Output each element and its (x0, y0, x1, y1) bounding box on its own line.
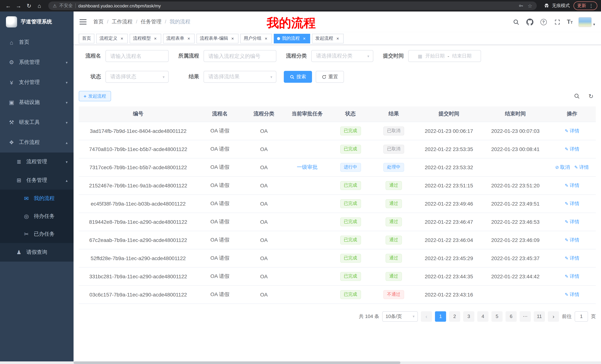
browser-home-icon[interactable]: ⌂ (35, 1, 44, 10)
browser-menu-icon[interactable]: ⋮ (589, 3, 594, 9)
page-number-button[interactable]: 1 (435, 311, 446, 322)
tab-close-icon[interactable] (263, 36, 269, 41)
process-definition-input[interactable] (204, 50, 276, 62)
tab[interactable]: 用户分组 (240, 34, 272, 43)
page-number-button[interactable]: 11 (534, 311, 545, 322)
security-warning-icon[interactable]: ⚠ (53, 3, 57, 8)
tab[interactable]: 发起流程 (312, 34, 344, 43)
detail-link[interactable]: 详情 (565, 291, 580, 298)
process-category: OA (260, 182, 268, 188)
category-select[interactable]: 请选择流程分类 ▾ (311, 50, 373, 62)
back-icon[interactable]: ← (4, 1, 13, 10)
detail-link[interactable]: 详情 (565, 218, 580, 225)
sidebar-item-infrastructure[interactable]: ▣ 基础设施 ▾ (0, 92, 74, 112)
tab-close-icon[interactable] (230, 36, 235, 41)
column-header: 状态 (329, 106, 372, 122)
breadcrumb-item[interactable]: 我的流程 (170, 19, 190, 25)
status-tag: 已完成 (340, 126, 361, 135)
page-number-button[interactable]: 4 (477, 311, 489, 322)
sidebar-item-workflow[interactable]: ❖ 工作流程 ▴ (0, 133, 74, 153)
sidebar-item-process-management[interactable]: ≣ 流程管理 ▾ (0, 153, 74, 171)
end-time: 2022-01-22 23:49:51 (491, 201, 540, 207)
next-page-button[interactable]: › (548, 311, 559, 322)
url-text[interactable]: dashboard.yudao.iocoder.cn/bpm/task/my (78, 3, 161, 8)
refresh-icon[interactable]: ↻ (586, 91, 596, 101)
horizontal-scrollbar[interactable] (0, 361, 601, 364)
tab[interactable]: 流程定义 (96, 34, 128, 43)
sidebar-item-home[interactable]: ⌂ 首页 (0, 32, 74, 52)
detail-link[interactable]: 详情 (565, 182, 580, 189)
search-button[interactable]: 搜索 (284, 71, 312, 83)
font-size-icon[interactable] (567, 19, 573, 25)
sidebar-item-payment[interactable]: ¥ 支付管理 ▾ (0, 72, 74, 92)
breadcrumb-item[interactable]: 首页 (93, 19, 112, 25)
cancel-link[interactable]: 取消 (555, 164, 570, 171)
detail-link[interactable]: 详情 (574, 164, 589, 171)
start-process-button[interactable]: + 发起流程 (79, 91, 111, 101)
detail-link[interactable]: 详情 (565, 255, 580, 261)
tab[interactable]: 首页 (79, 34, 94, 43)
address-bar[interactable]: ⚠ 不安全 dashboard.yudao.iocoder.cn/bpm/tas… (48, 1, 537, 10)
key-icon[interactable] (518, 3, 524, 9)
detail-link[interactable]: 详情 (565, 200, 580, 207)
page-size-select[interactable]: 10条/页 ▾ (382, 311, 418, 322)
search-icon[interactable] (512, 18, 520, 26)
end-time: 2022-01-23 00:07:03 (491, 128, 540, 134)
submit-time-range-picker[interactable]: ▦ 开始日期 - 结束日期 (408, 50, 481, 62)
tab-close-icon[interactable] (153, 36, 158, 41)
current-task-link[interactable]: 一级审批 (297, 164, 318, 170)
result-tag: 已取消 (383, 126, 404, 135)
tab-close-icon[interactable] (119, 36, 124, 41)
detail-link[interactable]: 详情 (565, 127, 580, 134)
tab[interactable]: 流程模型 (130, 34, 161, 43)
tab-close-icon[interactable] (302, 36, 307, 41)
scrollbar-thumb[interactable] (74, 361, 401, 364)
sidebar-item-todo-tasks[interactable]: ◎ 待办任务 (0, 207, 74, 225)
tab-close-icon[interactable] (335, 36, 340, 41)
security-chip[interactable]: 不安全 (60, 3, 73, 9)
breadcrumb-item[interactable]: 工作流程 (112, 19, 141, 25)
tab-close-icon[interactable] (186, 36, 191, 41)
sidebar-toggle-icon[interactable] (80, 19, 87, 25)
result-select[interactable]: 请选择流结果 ▾ (204, 71, 276, 83)
sidebar-item-leave-query[interactable]: ♟ 请假查询 (0, 243, 74, 262)
start-date-placeholder[interactable]: 开始日期 (425, 53, 445, 59)
end-date-placeholder[interactable]: 结束日期 (452, 53, 471, 59)
page-number-button[interactable]: 2 (449, 311, 460, 322)
sidebar-item-devtools[interactable]: ⚒ 研发工具 ▾ (0, 112, 74, 133)
forward-icon[interactable]: → (14, 1, 23, 10)
process-id: 819442e8-7b9a-11ec-a290-acde48001122 (89, 219, 187, 225)
breadcrumb-item[interactable]: 任务管理 (141, 19, 170, 25)
grid-icon: ⊞ (15, 177, 23, 184)
status-select[interactable]: 请选择状态 ▾ (105, 71, 169, 83)
sidebar-item-done-tasks[interactable]: ✂ 已办任务 (0, 225, 74, 243)
detail-link[interactable]: 详情 (565, 273, 580, 280)
help-icon[interactable] (539, 18, 548, 26)
detail-link[interactable]: 详情 (565, 237, 580, 243)
toggle-search-icon[interactable] (572, 91, 582, 101)
fullscreen-icon[interactable] (553, 18, 561, 26)
reload-icon[interactable]: ↻ (25, 1, 33, 10)
goto-page-input[interactable] (575, 311, 588, 322)
bookmark-star-icon[interactable]: ☆ (528, 3, 532, 8)
sidebar-item-my-processes[interactable]: ✉ 我的流程 (0, 190, 74, 207)
page-number-button[interactable]: ⋯ (520, 311, 531, 322)
sidebar-item-task-management[interactable]: ⊞ 任务管理 ▴ (0, 171, 74, 190)
process-name-input[interactable] (105, 50, 169, 62)
tab[interactable]: 流程表单-编辑 (197, 34, 239, 43)
page-number-button[interactable]: 6 (506, 311, 517, 322)
app-logo[interactable]: 芋道管理系统 (0, 11, 74, 32)
avatar[interactable] (578, 17, 592, 27)
prev-page-button[interactable]: ‹ (421, 311, 432, 322)
chevron-down-icon: ▾ (66, 80, 68, 84)
tab[interactable]: 我的流程 (274, 34, 310, 43)
update-button[interactable]: 更新 ⋮ (573, 1, 597, 10)
page-number-button[interactable]: 5 (491, 311, 502, 322)
github-icon[interactable] (526, 18, 534, 26)
tab[interactable]: 流程表单 (163, 34, 195, 43)
sidebar-item-system[interactable]: ⚙ 系统管理 ▾ (0, 52, 74, 72)
detail-link[interactable]: 详情 (565, 146, 580, 152)
page-number-button[interactable]: 3 (463, 311, 474, 322)
reset-button[interactable]: 重置 (316, 71, 344, 83)
user-menu[interactable]: ▾ (578, 17, 595, 27)
